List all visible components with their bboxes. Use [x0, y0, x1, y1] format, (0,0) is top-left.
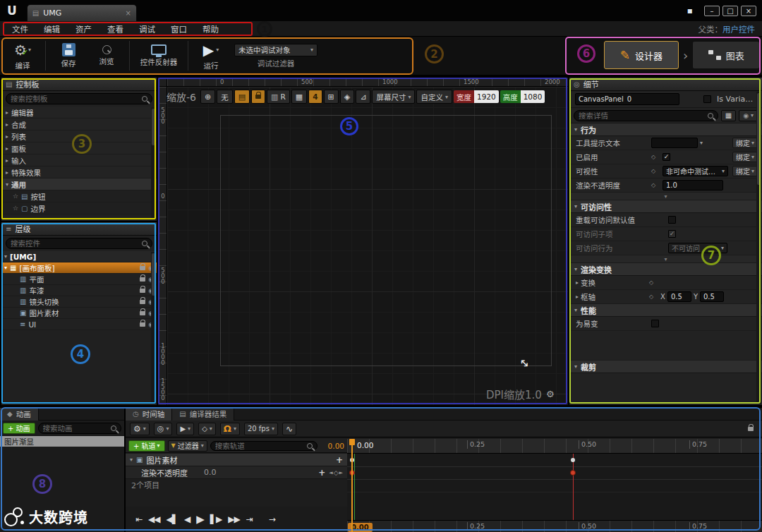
pivot-x-field[interactable] — [667, 291, 691, 302]
add-section-button[interactable]: + — [336, 455, 343, 465]
document-tab-umg[interactable]: ▤ UMG × — [27, 4, 137, 21]
window-close-button[interactable]: × — [741, 6, 756, 16]
visibility-bind-button[interactable]: 绑定▾ — [732, 166, 758, 176]
menu-debug[interactable]: 调试 — [131, 23, 163, 35]
palette-group-common[interactable]: ▾通用 — [1, 179, 157, 191]
expanded-arrow-icon[interactable]: ▾ — [130, 457, 133, 463]
section-expander[interactable]: ▾ — [569, 255, 762, 263]
width-value-field[interactable]: 1920 — [474, 90, 499, 103]
run-dropdown-icon[interactable]: ▾ — [216, 47, 219, 53]
browse-button[interactable]: 浏览 — [91, 45, 122, 66]
step-forward-button[interactable]: ▌▶ — [210, 514, 222, 524]
playhead-handle[interactable] — [349, 439, 355, 445]
grid-snap-button[interactable]: ▦ — [291, 90, 307, 104]
palette-search-input[interactable] — [11, 95, 139, 103]
track-search-input[interactable] — [215, 442, 304, 450]
anchor-lock-button[interactable]: ▤ — [234, 90, 250, 104]
is-volatile-checkbox[interactable] — [651, 320, 659, 327]
hierarchy-row-image-asset[interactable]: ▣ 图片素材 ◉ — [1, 308, 157, 319]
section-render-transform[interactable]: ▾渲染变换 — [569, 263, 762, 276]
hierarchy-root-umg[interactable]: ▾ [UMG] — [1, 251, 157, 262]
keyframe-dot-red[interactable] — [570, 470, 576, 476]
menu-asset[interactable]: 资产 — [68, 23, 99, 35]
run-button[interactable]: ▶ ▾ 运行 — [195, 42, 226, 71]
hierarchy-row-plane[interactable]: ▥ 平面 ◉ — [1, 274, 157, 285]
palette-group-compositing[interactable]: ▸合成 — [1, 119, 157, 131]
menu-window[interactable]: 窗口 — [163, 23, 195, 35]
lock-icon[interactable] — [140, 311, 145, 315]
details-search-input[interactable] — [579, 111, 705, 120]
playhead-line[interactable] — [351, 439, 353, 532]
section-behavior[interactable]: ▾行为 — [569, 123, 762, 136]
add-keyframe-icon[interactable]: ◇ — [649, 294, 658, 300]
widget-name-field[interactable] — [575, 93, 679, 105]
menu-view[interactable]: 查看 — [99, 23, 131, 35]
details-search[interactable] — [574, 110, 718, 121]
window-maximize-button[interactable]: □ — [722, 6, 738, 16]
timeline-ruler-bottom[interactable]: 0.00 0.25 0.50 0.75 — [347, 520, 762, 532]
save-button[interactable]: 保存 — [53, 43, 84, 68]
section-clipping[interactable]: ▾裁剪 — [569, 361, 762, 373]
collapsed-arrow-icon[interactable]: ▸ — [576, 279, 579, 286]
window-minimize-button[interactable]: – — [704, 6, 720, 16]
hierarchy-header[interactable]: ≡ 层级 — [1, 222, 157, 236]
next-key-icon[interactable]: ► — [339, 470, 343, 476]
lock-icon[interactable] — [140, 266, 145, 270]
palette-item-border[interactable]: ☆▢边界 — [1, 202, 157, 214]
add-keyframe-icon[interactable]: ◇ — [651, 154, 660, 160]
is-enabled-bind-button[interactable]: 绑定▾ — [732, 152, 758, 162]
widget-reflector-button[interactable]: 控件反射器 — [137, 44, 181, 67]
add-keyframe-icon[interactable]: ◇ — [651, 168, 660, 174]
timeline-lanes[interactable] — [347, 454, 762, 520]
key-options-button[interactable]: ◎▾ — [154, 423, 173, 435]
compile-button[interactable]: ⚙ ✓ ▾ 编译 — [7, 42, 38, 71]
lock-icon[interactable] — [748, 427, 754, 431]
is-enabled-checkbox[interactable] — [663, 153, 670, 161]
hierarchy-scrollbar[interactable] — [151, 252, 156, 404]
details-scrollbar[interactable] — [756, 92, 761, 404]
track-property-value[interactable]: 0.0 — [204, 468, 217, 477]
animation-tab[interactable]: ◆ 动画 — [0, 408, 39, 421]
collapsed-arrow-icon[interactable]: ▸ — [576, 294, 579, 300]
screen-size-dropdown[interactable]: 屏幕尺寸▾ — [372, 90, 415, 104]
hierarchy-search-input[interactable] — [11, 239, 139, 248]
play-button[interactable]: ▶ — [196, 513, 204, 526]
rotation-mode-button[interactable]: ▥R — [267, 90, 290, 104]
hierarchy-row-canvas-panel[interactable]: ▾ ▦ [画布面板] ◉ — [1, 262, 157, 274]
menu-edit[interactable]: 编辑 — [36, 23, 68, 35]
tab-close-icon[interactable]: × — [125, 9, 131, 17]
previous-key-icon[interactable]: ◄ — [329, 470, 332, 476]
loop-mode-button[interactable]: → — [269, 514, 275, 524]
details-grid-view-button[interactable]: ▦ — [721, 110, 736, 121]
details-header[interactable]: ◎ 细节 — [569, 78, 762, 91]
go-to-end-button[interactable]: ⇥ — [246, 514, 253, 524]
add-keyframe-icon[interactable]: ◇ — [651, 182, 660, 188]
expanded-arrow-icon[interactable]: ▾ — [4, 253, 7, 260]
flow-direction-button[interactable]: 无 — [217, 90, 233, 104]
menu-help[interactable]: 帮助 — [195, 23, 226, 35]
playback-start-line[interactable] — [354, 454, 355, 520]
widget-lock-button[interactable] — [251, 90, 265, 104]
playback-end-line[interactable] — [573, 454, 574, 520]
animation-list-item-selected[interactable]: 图片渐显 — [0, 436, 124, 447]
auto-key-button[interactable]: Ω▾ — [220, 423, 240, 435]
compass-icon[interactable]: ◆ — [684, 5, 695, 16]
current-time-field[interactable]: 0.00 — [320, 442, 344, 450]
keyframe-icon[interactable]: ◇ — [334, 469, 339, 476]
palette-item-button[interactable]: ☆▤按钮 — [1, 191, 157, 202]
keyframe-options-button[interactable]: ◇▾ — [198, 423, 216, 435]
palette-group-input[interactable]: ▸输入 — [1, 155, 157, 167]
menu-file[interactable]: 文件 — [4, 23, 36, 35]
height-value-field[interactable]: 1080 — [521, 90, 545, 103]
lock-icon[interactable] — [140, 289, 145, 293]
playback-options-button[interactable]: ▶▾ — [176, 423, 194, 435]
parent-class-link[interactable]: 用户控件 — [722, 23, 755, 35]
tooltip-text-field[interactable] — [651, 138, 698, 148]
add-track-button[interactable]: + 轨道▾ — [128, 440, 165, 452]
select-tool-button[interactable]: ◈ — [340, 90, 354, 104]
graph-mode-button[interactable]: 图表 — [692, 41, 760, 69]
add-animation-button[interactable]: + 动画 — [3, 423, 35, 434]
dpi-settings-gear-icon[interactable]: ⚙ — [546, 389, 555, 399]
lock-icon[interactable] — [140, 277, 145, 282]
hierarchy-row-ui[interactable]: ≡ UI ◉ — [1, 319, 157, 330]
